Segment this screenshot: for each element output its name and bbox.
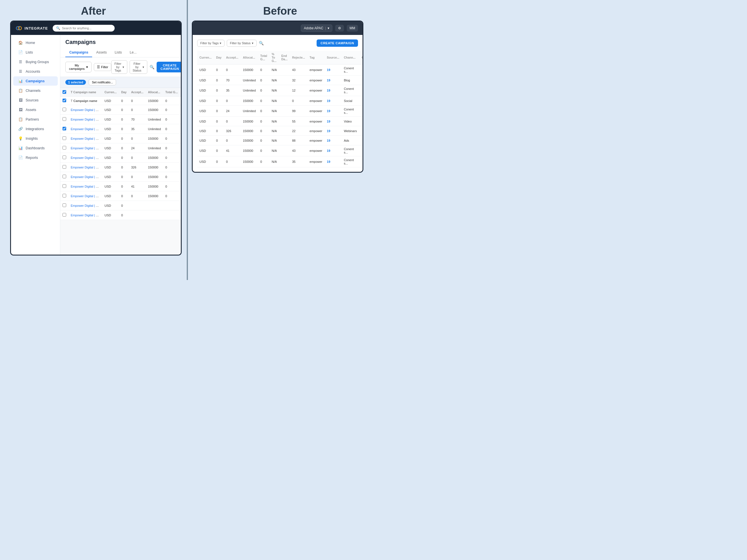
before-row-source[interactable]: 19 bbox=[325, 126, 341, 136]
sidebar-item-channels[interactable]: 📋 Channels bbox=[13, 86, 58, 95]
row-checkbox[interactable] bbox=[62, 184, 66, 188]
row-checkbox[interactable] bbox=[62, 165, 66, 169]
row-checkbox[interactable] bbox=[62, 99, 66, 102]
before-row-more-button[interactable]: ⋮ bbox=[361, 128, 363, 133]
sidebar-item-insights[interactable]: 💡 Insights bbox=[13, 134, 58, 143]
my-campaigns-dropdown[interactable]: My campaigns ▾ bbox=[66, 62, 92, 72]
before-source-count[interactable]: 19 bbox=[327, 68, 330, 72]
sidebar-item-integrations[interactable]: 🔗 Integrations bbox=[13, 124, 58, 133]
before-row-source[interactable]: 19 bbox=[325, 85, 341, 96]
company-selector[interactable]: Adobe APAC | ▾ bbox=[301, 25, 332, 32]
tab-assets[interactable]: Assets bbox=[92, 48, 111, 57]
row-checkbox[interactable] bbox=[62, 108, 66, 111]
before-row-more-button[interactable]: ⋮ bbox=[361, 149, 363, 153]
toolbar-left: My campaigns ▾ ☰ Filter bbox=[66, 62, 111, 72]
before-row-source[interactable]: 19 bbox=[325, 96, 341, 106]
campaign-name-link[interactable]: Empower Digital | Conte bbox=[71, 204, 102, 207]
search-bar[interactable]: 🔍 bbox=[53, 25, 114, 31]
before-source-count[interactable]: 19 bbox=[327, 129, 330, 133]
search-input[interactable] bbox=[62, 26, 111, 30]
campaign-name-link[interactable]: Empower Digital | Conte bbox=[71, 137, 102, 140]
sidebar-item-dashboards[interactable]: 📊 Dashboards bbox=[13, 144, 58, 153]
user-avatar-button[interactable]: MM bbox=[347, 25, 358, 31]
before-row-more-button[interactable]: ⋮ bbox=[361, 138, 363, 143]
row-campaign-name: Empower Digital | Webi... bbox=[69, 172, 102, 182]
campaign-name-link[interactable]: Empower Digital | Ads | bbox=[71, 108, 102, 111]
filter-button[interactable]: ☰ Filter bbox=[94, 63, 111, 71]
before-row-more-button[interactable]: ⋮ bbox=[361, 119, 363, 124]
before-source-count[interactable]: 19 bbox=[327, 79, 330, 82]
row-accepted: 70 bbox=[129, 114, 146, 124]
row-checkbox[interactable] bbox=[62, 136, 66, 140]
create-campaign-button[interactable]: CREATE CAMPAIGN bbox=[157, 62, 181, 72]
campaign-name-link[interactable]: Empower Digital | Conte bbox=[71, 147, 102, 150]
row-checkbox[interactable] bbox=[62, 127, 66, 130]
before-create-campaign-button[interactable]: CREATE CAMPAIGN bbox=[317, 40, 358, 47]
filter-tags-button[interactable]: Filter by Tags ▾ bbox=[111, 60, 127, 74]
before-filter-status-button[interactable]: Filter by Status ▾ bbox=[227, 40, 256, 47]
before-row-more-button[interactable]: ⋮ bbox=[361, 159, 363, 164]
campaign-name-link[interactable]: Empower Digital | Conte bbox=[71, 194, 102, 198]
before-row-source[interactable]: 19 bbox=[325, 136, 341, 145]
row-checkbox[interactable] bbox=[62, 213, 66, 217]
before-row-source[interactable]: 19 bbox=[325, 106, 341, 117]
campaign-name-link[interactable]: Empower Digital | Blog | bbox=[71, 118, 102, 121]
select-all-checkbox[interactable] bbox=[62, 90, 66, 94]
before-row-more-button[interactable]: ⋮ bbox=[361, 68, 363, 72]
before-source-count[interactable]: 19 bbox=[327, 89, 330, 92]
set-notification-button[interactable]: Set notificatio... bbox=[89, 79, 116, 85]
sidebar-item-lists[interactable]: 📄 Lists bbox=[13, 48, 58, 57]
row-checkbox[interactable] bbox=[62, 117, 66, 121]
sidebar-item-home[interactable]: 🏠 Home bbox=[13, 38, 58, 47]
before-table-settings-icon[interactable]: ⚙ bbox=[361, 56, 363, 59]
sidebar-item-assets[interactable]: 🖼 Assets bbox=[13, 105, 58, 114]
before-th-day: Day bbox=[214, 51, 224, 65]
before-row-source[interactable]: 19 bbox=[325, 156, 341, 167]
sidebar-item-reports[interactable]: 📄 Reports bbox=[13, 153, 58, 162]
campaign-name-link[interactable]: Empower Digital | Webi... bbox=[71, 185, 102, 188]
row-checkbox[interactable] bbox=[62, 146, 66, 150]
row-checkbox[interactable] bbox=[62, 203, 66, 207]
search-campaigns-button[interactable]: 🔍 bbox=[150, 65, 154, 69]
row-checkbox[interactable] bbox=[62, 194, 66, 198]
before-source-count[interactable]: 19 bbox=[327, 99, 330, 103]
tab-lists[interactable]: Lists bbox=[111, 48, 126, 57]
before-filter-tags-button[interactable]: Filter by Tags ▾ bbox=[197, 40, 225, 47]
before-row-more-cell: ⋮ bbox=[359, 117, 363, 126]
chevron-down-icon: ▾ bbox=[86, 65, 88, 69]
sidebar-item-partners[interactable]: 📋 Partners bbox=[13, 114, 58, 124]
before-row-source[interactable]: 19 bbox=[325, 76, 341, 85]
tab-more[interactable]: Le... bbox=[126, 48, 140, 57]
campaign-name-link[interactable]: Empower Digital | Video bbox=[71, 166, 102, 169]
before-row-source[interactable]: 19 bbox=[325, 117, 341, 126]
before-th-settings[interactable]: ⚙ bbox=[359, 51, 363, 65]
filter-status-button[interactable]: Filter by Status ▾ bbox=[130, 60, 147, 74]
before-row-more-button[interactable]: ⋮ bbox=[361, 109, 363, 113]
before-row-more-button[interactable]: ⋮ bbox=[361, 98, 363, 103]
sidebar-item-buying-groups[interactable]: ☰ Buying Groups bbox=[13, 57, 58, 67]
before-search-button[interactable]: 🔍 bbox=[259, 41, 264, 45]
before-source-count[interactable]: 19 bbox=[327, 139, 330, 142]
before-row-more-button[interactable]: ⋮ bbox=[361, 88, 363, 93]
row-pct: N/A bbox=[180, 153, 181, 162]
sidebar-item-campaigns[interactable]: 📊 Campaigns bbox=[13, 76, 58, 86]
tab-campaigns[interactable]: Campaigns bbox=[66, 48, 92, 57]
before-source-count[interactable]: 19 bbox=[327, 120, 330, 123]
th-total-g: Total G... bbox=[163, 88, 180, 97]
before-source-count[interactable]: 19 bbox=[327, 160, 330, 163]
before-source-count[interactable]: 19 bbox=[327, 109, 330, 113]
before-row-source[interactable]: 19 bbox=[325, 65, 341, 76]
before-row-source[interactable]: 19 bbox=[325, 145, 341, 156]
before-row-more-button[interactable]: ⋮ bbox=[361, 78, 363, 82]
campaign-name-link[interactable]: Empower Digital | Conte bbox=[71, 213, 102, 217]
campaign-name-link[interactable]: Empower Digital | Webi... bbox=[71, 175, 102, 179]
sidebar-item-accounts[interactable]: ☰ Accounts bbox=[13, 67, 58, 76]
row-checkbox[interactable] bbox=[62, 155, 66, 159]
campaign-name-link[interactable]: Empower Digital | Blog | bbox=[71, 127, 102, 131]
settings-gear-button[interactable]: ⚙ bbox=[335, 25, 344, 31]
before-source-count[interactable]: 19 bbox=[327, 149, 330, 152]
before-panel: Adobe APAC | ▾ ⚙ MM Filter by Tags ▾ bbox=[187, 21, 363, 255]
row-checkbox[interactable] bbox=[62, 175, 66, 178]
sidebar-item-sources[interactable]: 🖼 Sources bbox=[13, 96, 58, 105]
campaign-name-link[interactable]: Empower Digital | Social bbox=[71, 156, 102, 159]
